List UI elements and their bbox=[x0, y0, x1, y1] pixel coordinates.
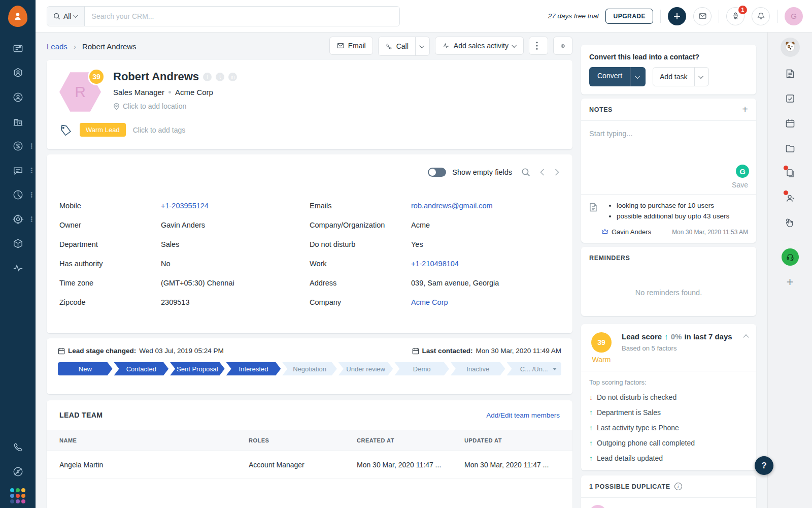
prev-record-button[interactable] bbox=[539, 168, 545, 176]
grammarly-icon[interactable]: G bbox=[736, 165, 749, 178]
rail-duplicates-icon[interactable] bbox=[779, 163, 801, 183]
facebook-icon[interactable]: f bbox=[203, 73, 212, 81]
sidebar-item-reports[interactable] bbox=[0, 182, 36, 207]
right-rail: + bbox=[767, 33, 812, 508]
collapse-chevron-icon[interactable] bbox=[743, 334, 749, 340]
field-value-time-zone: (GMT+05:30) Chennai bbox=[161, 279, 234, 287]
freshsales-logo-icon[interactable] bbox=[8, 6, 27, 27]
sidebar-item-phone[interactable] bbox=[0, 435, 36, 459]
sidebar-item-dashboard[interactable] bbox=[0, 36, 36, 60]
page-settings-button[interactable] bbox=[553, 37, 572, 55]
note-author-name[interactable]: Gavin Anders bbox=[612, 228, 651, 236]
email-button[interactable]: Email bbox=[329, 37, 373, 55]
rail-notes-icon[interactable] bbox=[779, 64, 801, 84]
sidebar-item-deals[interactable] bbox=[0, 134, 36, 158]
notes-input[interactable]: Start typing... G bbox=[581, 121, 756, 181]
column-header-name[interactable]: NAME bbox=[47, 430, 249, 451]
lead-tag-chip[interactable]: Warm Lead bbox=[80, 123, 126, 137]
note-entry[interactable]: looking to purchase for 10 users possibl… bbox=[581, 195, 756, 226]
stage-demo[interactable]: Demo bbox=[394, 362, 449, 375]
add-note-icon[interactable]: + bbox=[742, 104, 748, 115]
field-value-work[interactable]: +1-210498104 bbox=[411, 260, 459, 268]
column-header-roles[interactable]: ROLES bbox=[249, 430, 357, 451]
email-inbox-button[interactable] bbox=[693, 7, 712, 25]
stage-inactive[interactable]: Inactive bbox=[451, 362, 505, 375]
table-row[interactable]: Angela Martin Account Manager Mon 30 Mar… bbox=[47, 451, 572, 479]
freddy-ai-avatar[interactable] bbox=[781, 38, 800, 57]
twitter-icon[interactable]: t bbox=[216, 73, 224, 81]
field-value-company-link[interactable]: Acme Corp bbox=[411, 298, 448, 306]
convert-dropdown-button[interactable] bbox=[630, 67, 646, 86]
add-location-field[interactable]: Click to add location bbox=[113, 102, 237, 110]
add-sales-activity-button[interactable]: Add sales activity bbox=[435, 37, 524, 55]
add-task-button[interactable]: Add task bbox=[653, 68, 694, 86]
breadcrumb-leads-link[interactable]: Leads bbox=[47, 42, 67, 51]
bell-icon bbox=[757, 12, 765, 20]
call-button[interactable]: Call bbox=[379, 37, 415, 55]
sidebar-item-zen-mode[interactable] bbox=[0, 459, 36, 484]
rail-playbooks-icon[interactable] bbox=[779, 213, 801, 233]
column-header-updated-at[interactable]: UPDATED AT bbox=[464, 430, 572, 451]
stage-negotiation[interactable]: Negotiation bbox=[282, 362, 337, 375]
stage-contacted[interactable]: Contacted bbox=[114, 362, 169, 375]
conversations-more-icon[interactable] bbox=[30, 167, 32, 173]
stage-dropdown-caret-icon[interactable] bbox=[553, 368, 557, 370]
search-scope-dropdown[interactable]: All bbox=[47, 7, 85, 26]
quick-add-button[interactable] bbox=[668, 7, 686, 25]
sidebar-item-settings[interactable] bbox=[0, 207, 36, 231]
score-word: Warm bbox=[592, 356, 611, 364]
save-note-button[interactable]: Save bbox=[732, 181, 748, 189]
divider bbox=[782, 240, 799, 240]
sidebar-item-products[interactable] bbox=[0, 231, 36, 256]
rail-support-icon[interactable] bbox=[779, 247, 801, 267]
divider bbox=[660, 10, 661, 23]
add-tags-field[interactable]: Click to add tags bbox=[133, 126, 186, 134]
sidebar-item-leads[interactable] bbox=[0, 60, 36, 85]
help-button[interactable]: ? bbox=[755, 456, 773, 475]
sidebar-item-apps-grid[interactable] bbox=[0, 484, 36, 508]
show-empty-fields-toggle[interactable] bbox=[428, 168, 446, 177]
settings-more-icon[interactable] bbox=[30, 216, 32, 222]
info-icon[interactable]: i bbox=[674, 483, 682, 490]
stage-under-review[interactable]: Under review bbox=[339, 362, 393, 375]
sidebar-item-contacts[interactable] bbox=[0, 85, 36, 109]
stage-converted-unqualified[interactable]: C... /Un... bbox=[507, 362, 562, 375]
add-edit-team-members-link[interactable]: Add/Edit team members bbox=[486, 411, 560, 419]
apps-grid-icon bbox=[10, 488, 25, 503]
search-input[interactable] bbox=[85, 7, 399, 26]
rail-add-icon[interactable]: + bbox=[779, 272, 801, 292]
user-avatar[interactable]: G bbox=[785, 7, 803, 25]
linkedin-icon[interactable]: in bbox=[228, 73, 237, 81]
rail-contacts-icon[interactable] bbox=[779, 188, 801, 208]
more-actions-button[interactable] bbox=[529, 37, 548, 55]
notifications-button[interactable] bbox=[752, 7, 770, 25]
reports-more-icon[interactable] bbox=[30, 192, 32, 198]
sidebar-item-activity[interactable] bbox=[0, 256, 36, 280]
sidebar-item-conversations[interactable] bbox=[0, 158, 36, 182]
rail-calendar-icon[interactable] bbox=[779, 113, 801, 134]
duplicate-entry[interactable]: B Bob Andrews bbox=[581, 498, 756, 508]
field-row: DepartmentSales bbox=[59, 235, 310, 254]
whats-new-button[interactable]: 1 bbox=[726, 7, 745, 25]
add-task-dropdown-button[interactable] bbox=[694, 68, 708, 86]
stage-sent-proposal[interactable]: Sent Proposal bbox=[170, 362, 225, 375]
next-record-button[interactable] bbox=[554, 168, 560, 176]
column-header-created-at[interactable]: CREATED AT bbox=[357, 430, 464, 451]
rail-files-icon[interactable] bbox=[779, 138, 801, 158]
field-value-mobile[interactable]: +1-203955124 bbox=[161, 202, 209, 210]
sidebar-item-accounts[interactable] bbox=[0, 109, 36, 134]
upgrade-button[interactable]: UPGRADE bbox=[605, 9, 653, 24]
field-value-emails[interactable]: rob.andrews@gmail.com bbox=[411, 202, 493, 210]
stage-new[interactable]: New bbox=[58, 362, 113, 375]
deals-more-icon[interactable] bbox=[30, 143, 32, 149]
cell-updated-at: Mon 30 Mar, 2020 11:47 ... bbox=[464, 451, 572, 479]
stage-interested[interactable]: Interested bbox=[226, 362, 281, 375]
search-fields-button[interactable] bbox=[521, 168, 530, 177]
lead-team-card: LEAD TEAM Add/Edit team members NAME ROL… bbox=[47, 400, 572, 508]
rail-tasks-icon[interactable] bbox=[779, 88, 801, 109]
convert-button[interactable]: Convert bbox=[589, 67, 630, 86]
call-dropdown-button[interactable] bbox=[415, 37, 429, 55]
note-line: looking to purchase for 10 users bbox=[617, 202, 729, 209]
divider bbox=[581, 371, 756, 371]
reminders-empty-text: No reminders found. bbox=[581, 269, 756, 316]
